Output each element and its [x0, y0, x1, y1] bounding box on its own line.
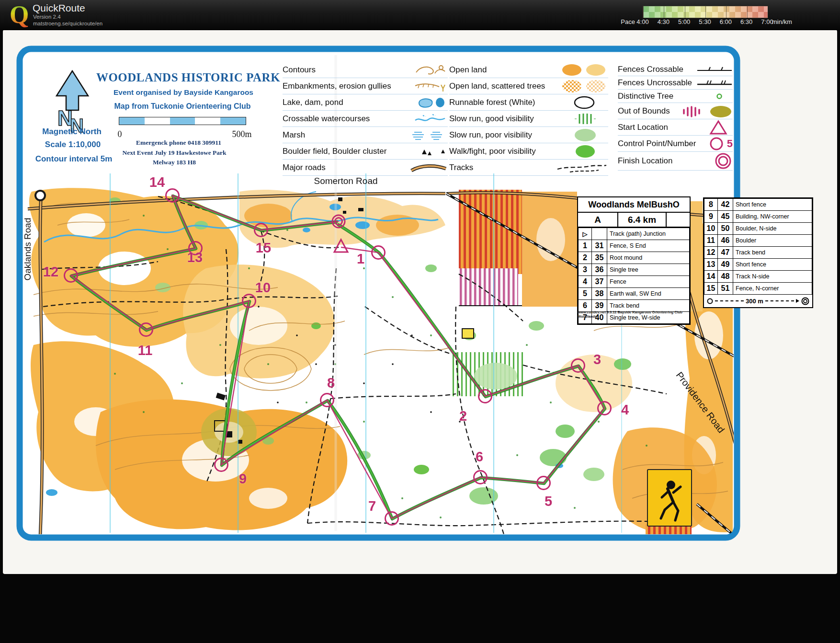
control-number: 7	[368, 498, 376, 514]
pace-tick-label: 6:30	[740, 18, 752, 25]
pace-tick-label: 4:00	[636, 18, 648, 25]
control-number: 3	[593, 352, 601, 367]
control-number: 15	[256, 240, 271, 256]
control-number: 8	[327, 375, 335, 391]
pace-tick-label: 4:30	[658, 18, 670, 25]
pace-tick-label: 7:00	[761, 18, 773, 25]
control-number: 9	[239, 471, 247, 487]
control-number: 4	[621, 402, 629, 418]
pace-label: Pace	[621, 18, 635, 25]
control-number: 5	[545, 494, 552, 509]
quickroute-window: N N Q QuickRoute Version 2.4 matstroeng.…	[0, 0, 840, 643]
control-number: 6	[476, 449, 483, 465]
pace-tick-label: 6:00	[720, 18, 732, 25]
app-header: Q QuickRoute Version 2.4 matstroeng.se/q…	[0, 0, 840, 30]
control-numbers-layer: 123456789101112131415	[0, 0, 840, 643]
control-number: 10	[255, 280, 271, 296]
control-number: 1	[357, 251, 364, 267]
pace-tick-label: 5:00	[678, 18, 690, 25]
control-number: 14	[149, 174, 165, 190]
app-title: QuickRoute	[33, 2, 85, 14]
control-number: 13	[187, 250, 203, 265]
control-number: 12	[43, 264, 58, 280]
pace-scale-bar	[643, 6, 768, 18]
pace-tick-label: 5:30	[699, 18, 711, 25]
control-number: 11	[138, 343, 153, 358]
pace-unit-label: min/km	[772, 18, 792, 25]
control-number: 2	[459, 408, 467, 424]
pace-scale-labels: 4:004:305:005:306:006:307:00	[0, 18, 840, 26]
